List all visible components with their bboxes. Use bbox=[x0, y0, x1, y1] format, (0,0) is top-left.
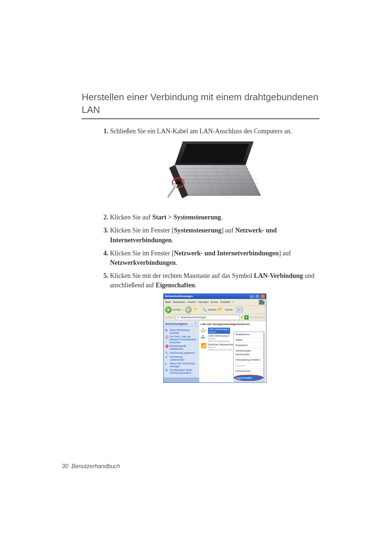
step-4: Klicken Sie im Fenster [Netzwerk- und In… bbox=[110, 248, 319, 267]
menu-advanced[interactable]: Erweitert bbox=[220, 300, 230, 304]
step-5-text-a: Klicken Sie mit der rechten Maustaste au… bbox=[110, 272, 254, 279]
up-button[interactable]: 📁 bbox=[193, 307, 199, 313]
connection-status: Aktiviert bbox=[209, 331, 229, 333]
step-3-bold-1: Systemsteuerung bbox=[174, 227, 221, 234]
sidebar-link-new-connection[interactable]: ⊞Neue Verbindung erstellen bbox=[165, 329, 198, 335]
connection-adapter: 1394-Netzwerkadapter bbox=[208, 340, 230, 343]
firewire-connection-icon: 🖧 bbox=[201, 335, 207, 339]
page-footer: 30 Benutzerhandbuch bbox=[62, 463, 120, 470]
new-connection-icon: ⊞ bbox=[165, 329, 169, 332]
window-toolbar: ◄ Zurück ▾ ► 📁 | 🔍 Suchen 📂 Ordner | ▦▾ bbox=[164, 306, 266, 314]
sidebar-link-label: Neue Verbindung erstellen bbox=[170, 329, 198, 335]
sidebar-link-label: Verbindung reparieren bbox=[170, 352, 195, 355]
sidebar-panel-body: ⊞Neue Verbindung erstellen 🏠Ein Heim- od… bbox=[164, 327, 199, 377]
back-button[interactable]: ◄ bbox=[165, 307, 172, 313]
menu-extras[interactable]: Extras bbox=[211, 300, 218, 304]
content-section-header: LAN oder Hochgeschwindigkeitsinternet bbox=[201, 323, 265, 326]
windows-flag-icon bbox=[259, 300, 265, 305]
sidebar-link-rename[interactable]: ✎Verbindung umbenennen bbox=[165, 356, 198, 361]
step-4-text-e: . bbox=[176, 259, 177, 266]
sidebar-link-disable-device[interactable]: ⛔Netzwerkgerät deaktivieren bbox=[165, 345, 198, 351]
status-icon: ℹ bbox=[165, 362, 169, 365]
windows-screenshot: Netzwerkverbindungen _ □ × Datei Bearbei… bbox=[163, 293, 266, 383]
sidebar-panel-head[interactable]: Netzwerkaufgaben ˄ bbox=[164, 321, 199, 327]
window-menubar: Datei Bearbeiten Ansicht Favoriten Extra… bbox=[164, 299, 266, 306]
laptop-svg bbox=[168, 141, 262, 203]
close-button[interactable]: × bbox=[260, 294, 265, 299]
go-button[interactable]: ➜ bbox=[244, 315, 249, 320]
search-icon: 🔍 bbox=[202, 307, 207, 313]
step-2-text-c: . bbox=[221, 214, 223, 221]
window-body: Netzwerkaufgaben ˄ ⊞Neue Verbindung erst… bbox=[164, 321, 266, 382]
window-content: LAN oder Hochgeschwindigkeitsinternet 🖧 … bbox=[199, 321, 266, 382]
step-3-text-a: Klicken Sie im Fenster [ bbox=[110, 227, 174, 234]
step-5-bold-2: Eigenschaften bbox=[156, 281, 195, 289]
step-1: Schließen Sie ein LAN-Kabel am LAN-Ansch… bbox=[110, 126, 319, 205]
folders-icon: 📂 bbox=[218, 307, 223, 313]
forward-button[interactable]: ► bbox=[185, 307, 192, 313]
search-label[interactable]: Suchen bbox=[208, 308, 217, 312]
sidebar-link-label: Status der Verbindung anzeigen bbox=[170, 362, 198, 368]
svg-marker-1 bbox=[180, 144, 249, 163]
sidebar-link-label: Verbindung umbenennen bbox=[170, 356, 198, 361]
sidebar-link-repair[interactable]: 🔧Verbindung reparieren bbox=[165, 352, 198, 355]
sidebar-title: Netzwerkaufgaben bbox=[166, 322, 188, 326]
context-shortcut[interactable]: Verknüpfung erstellen bbox=[234, 357, 264, 363]
step-4-bold-1: Netzwerk- und Internetverbindungen bbox=[174, 250, 279, 257]
step-4-text-a: Klicken Sie im Fenster [ bbox=[110, 250, 174, 257]
wireless-connection-icon: 📶 bbox=[201, 343, 207, 348]
window-addressbar: Adresse ⊞ Netzwerkverbindungen ▾ ➜ Wechs… bbox=[164, 314, 266, 321]
step-2: Klicken Sie auf Start > Systemsteuerung. bbox=[110, 212, 319, 222]
back-label: Zurück bbox=[173, 308, 181, 312]
folders-label[interactable]: Ordner bbox=[225, 308, 233, 312]
svg-rect-14 bbox=[176, 181, 181, 185]
sidebar-link-setup-network[interactable]: 🏠Ein Heim- oder ein kleines Firmennetzwe… bbox=[165, 335, 198, 344]
footer-title: Benutzerhandbuch bbox=[72, 463, 120, 469]
sidebar-link-settings[interactable]: ⚙Einstellungen dieser Verbindung ändern bbox=[165, 369, 198, 374]
repair-icon: 🔧 bbox=[165, 352, 169, 355]
step-list: Schließen Sie ein LAN-Kabel am LAN-Ansch… bbox=[82, 126, 319, 383]
step-5-text-e: . bbox=[195, 281, 197, 289]
disable-icon: ⛔ bbox=[165, 345, 169, 348]
sidebar-link-label: Ein Heim- oder ein kleines Firmennetzwer… bbox=[170, 335, 198, 344]
context-menu: Deaktivieren Status Reparieren Verbindun… bbox=[233, 332, 264, 381]
menu-view[interactable]: Ansicht bbox=[188, 300, 196, 304]
menu-file[interactable]: Datei bbox=[165, 300, 171, 304]
address-field[interactable]: ⊞ Netzwerkverbindungen bbox=[176, 315, 240, 320]
go-label: Wechseln zu bbox=[250, 316, 265, 319]
chevron-up-icon: ˄ bbox=[194, 322, 197, 326]
views-button[interactable]: ▦▾ bbox=[236, 307, 243, 312]
minimize-button[interactable]: _ bbox=[249, 294, 254, 299]
step-5-bold-1: LAN-Verbindung bbox=[254, 272, 303, 279]
svg-marker-2 bbox=[175, 165, 261, 195]
context-delete[interactable]: Löschen bbox=[234, 363, 264, 369]
sidebar-link-label: Einstellungen dieser Verbindung ändern bbox=[170, 369, 198, 374]
context-rename[interactable]: Umbenennen bbox=[234, 369, 264, 374]
connection-name: 1394-Verbindung 5 bbox=[208, 335, 230, 337]
step-4-text-c: ] auf bbox=[279, 250, 291, 257]
menu-edit[interactable]: Bearbeiten bbox=[173, 300, 185, 304]
step-3-text-e: . bbox=[172, 236, 173, 244]
context-properties[interactable]: Eigenschaften bbox=[234, 375, 264, 381]
step-2-text-a: Klicken Sie auf bbox=[110, 214, 152, 221]
step-3: Klicken Sie im Fenster [Systemsteuerung]… bbox=[110, 226, 319, 244]
heading-rule bbox=[82, 118, 319, 119]
home-network-icon: 🏠 bbox=[165, 335, 169, 339]
step-2-bold: Start > Systemsteuerung bbox=[152, 214, 221, 221]
window-title: Netzwerkverbindungen bbox=[165, 295, 193, 298]
step-1-text: Schließen Sie ein LAN-Kabel am LAN-Ansch… bbox=[110, 127, 292, 135]
page-number: 30 bbox=[62, 463, 68, 469]
maximize-button[interactable]: □ bbox=[255, 294, 260, 299]
settings-icon: ⚙ bbox=[165, 369, 169, 372]
laptop-illustration bbox=[110, 141, 319, 205]
menu-favorites[interactable]: Favoriten bbox=[198, 300, 209, 304]
context-status[interactable]: Status bbox=[234, 337, 264, 343]
step-5: Klicken Sie mit der rechten Maustaste au… bbox=[110, 271, 319, 383]
rename-icon: ✎ bbox=[165, 356, 169, 359]
context-deactivate[interactable]: Deaktivieren bbox=[234, 332, 264, 337]
window-titlebar[interactable]: Netzwerkverbindungen _ □ × bbox=[164, 294, 266, 299]
context-bridge[interactable]: Verbindungen überbrücken bbox=[234, 348, 264, 357]
context-repair[interactable]: Reparieren bbox=[234, 343, 264, 348]
menu-help[interactable]: ? bbox=[232, 300, 234, 304]
sidebar-link-status[interactable]: ℹStatus der Verbindung anzeigen bbox=[165, 362, 198, 368]
